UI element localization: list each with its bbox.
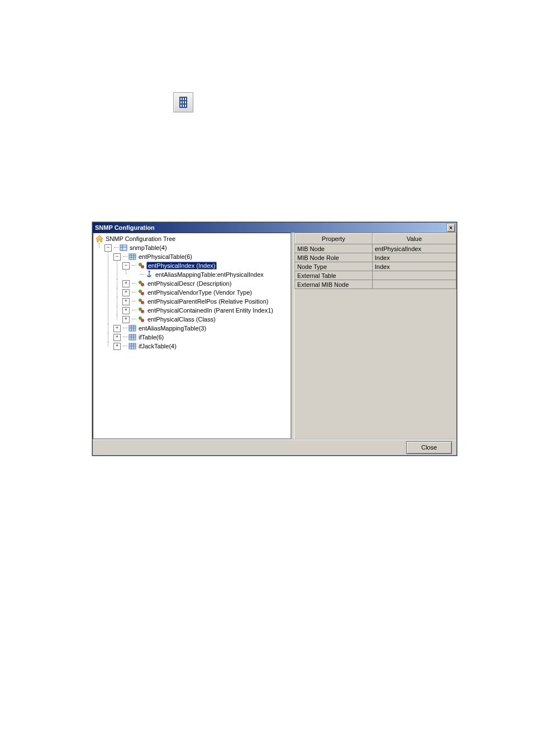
table-row[interactable]: External MIB Node <box>295 280 456 289</box>
tree-label: entPhysicalDescr (Description) <box>146 280 232 287</box>
properties-empty-area <box>294 289 456 439</box>
svg-point-18 <box>141 310 144 313</box>
close-button[interactable]: Close <box>406 441 452 454</box>
tree-root[interactable]: SNMP Configuration Tree <box>96 234 291 243</box>
svg-point-10 <box>141 265 144 268</box>
expand-icon[interactable]: + <box>113 334 121 341</box>
tree-node-entphysicalcontainedin[interactable]: + entPhysicalContainedIn (Parent Entity … <box>122 306 291 315</box>
tree-node-iftable[interactable]: + ifTable(6) <box>113 333 291 342</box>
cell-value: entPhysicalIndex <box>372 244 456 253</box>
svg-point-12 <box>141 283 144 286</box>
table-icon <box>129 253 136 261</box>
expand-icon[interactable]: + <box>122 307 130 314</box>
expand-icon[interactable]: + <box>122 316 130 323</box>
tree-label: entAliasMappingTable(3) <box>137 325 207 332</box>
tree-node-snmptable[interactable]: − snmpTable(4) <box>104 243 291 252</box>
tree-label: entPhysicalParentRelPos (Relative Positi… <box>146 298 269 305</box>
expand-icon[interactable]: + <box>113 343 121 350</box>
table-icon <box>129 324 136 332</box>
grid-icon <box>179 98 187 106</box>
svg-rect-1 <box>120 245 127 251</box>
cell-property: MIB Node <box>295 244 373 253</box>
cell-value: Index <box>372 262 456 271</box>
tree-label: entPhysicalContainedIn (Parent Entity In… <box>146 307 274 314</box>
leaf-spacer <box>131 272 137 278</box>
attribute-icon <box>137 306 145 314</box>
attribute-icon <box>137 289 145 296</box>
expand-icon[interactable]: + <box>122 280 130 287</box>
table-row[interactable]: MIB Node entPhysicalIndex <box>295 244 456 253</box>
close-icon: × <box>449 225 453 231</box>
anchor-icon <box>145 271 153 278</box>
view-grid-button[interactable] <box>173 92 193 112</box>
cell-value <box>372 271 456 280</box>
expand-icon[interactable]: + <box>122 298 130 305</box>
cell-property: External Table <box>295 271 373 280</box>
properties-table: Property Value MIB Node entPhysicalIndex… <box>294 233 456 289</box>
tree-label-selected: entPhysicalIndex (Index) <box>146 262 217 270</box>
dialog-footer: Close <box>93 439 456 455</box>
column-header-value[interactable]: Value <box>372 233 456 244</box>
properties-panel: Property Value MIB Node entPhysicalIndex… <box>294 233 456 439</box>
table-group-icon <box>120 244 127 252</box>
button-label: Close <box>421 444 437 451</box>
dialog-title: SNMP Configuration <box>95 224 155 231</box>
expand-icon[interactable]: + <box>113 325 121 332</box>
tree-node-entphysicaltable[interactable]: − entPhysicalTable(6) <box>113 252 291 261</box>
tree-panel[interactable]: SNMP Configuration Tree − snmpTable(4) <box>93 233 291 439</box>
svg-point-14 <box>141 292 144 295</box>
svg-point-16 <box>141 301 144 304</box>
svg-rect-21 <box>129 325 136 331</box>
table-row[interactable]: MIB Node Role Index <box>295 253 456 262</box>
tree-label: ifTable(6) <box>137 334 165 341</box>
cell-property: MIB Node Role <box>295 253 373 262</box>
tree-label: entPhysicalTable(6) <box>137 253 193 260</box>
table-row[interactable]: Node Type Index <box>295 262 456 271</box>
tree-label: entAliasMappingTable:entPhysicalIndex <box>154 271 265 278</box>
cell-value: Index <box>372 253 456 262</box>
table-icon <box>129 333 136 341</box>
svg-rect-4 <box>129 254 136 259</box>
attribute-icon <box>137 262 145 270</box>
snmp-configuration-dialog: SNMP Configuration × SNMP Configuration … <box>92 222 457 456</box>
titlebar-close-button[interactable]: × <box>446 223 455 232</box>
tree-node-entaliasmappingtable[interactable]: + entAliasMappingTable(3) <box>113 324 291 333</box>
expand-icon[interactable]: + <box>122 289 130 296</box>
home-icon <box>96 235 103 243</box>
svg-point-20 <box>141 319 144 322</box>
table-header-row: Property Value <box>295 233 456 244</box>
cell-property: Node Type <box>295 262 373 271</box>
collapse-icon[interactable]: − <box>122 262 130 270</box>
tree-node-entaliasmapping-ref[interactable]: entAliasMappingTable:entPhysicalIndex <box>131 270 291 279</box>
tree-node-entphysicalindex[interactable]: − entPhysicalIndex (Index) <box>122 261 291 270</box>
tree-label: entPhysicalVendorType (Vendor Type) <box>146 289 253 296</box>
tree-node-entphysicalvendortype[interactable]: + entPhysicalVendorType (Vendor Type) <box>122 288 291 297</box>
titlebar[interactable]: SNMP Configuration × <box>93 223 456 233</box>
attribute-icon <box>137 297 145 305</box>
splitter[interactable] <box>291 233 294 439</box>
collapse-icon[interactable]: − <box>113 253 121 261</box>
table-row[interactable]: External Table <box>295 271 456 280</box>
svg-rect-26 <box>129 334 136 340</box>
cell-property: External MIB Node <box>295 280 373 289</box>
tree-node-entphysicaldescr[interactable]: + entPhysicalDescr (Description) <box>122 279 291 288</box>
tree-node-entphysicalparentrelpos[interactable]: + entPhysicalParentRelPos (Relative Posi… <box>122 297 291 306</box>
column-header-property[interactable]: Property <box>295 233 373 244</box>
tree-label: snmpTable(4) <box>129 244 168 251</box>
attribute-icon <box>137 315 145 323</box>
table-icon <box>129 342 136 350</box>
tree-label: ifJackTable(4) <box>137 343 178 349</box>
svg-marker-0 <box>96 235 103 242</box>
dialog-body: SNMP Configuration Tree − snmpTable(4) <box>93 233 456 439</box>
tree-label: entPhysicalClass (Class) <box>146 316 217 323</box>
svg-rect-31 <box>129 343 136 349</box>
attribute-icon <box>137 280 145 287</box>
tree-node-entphysicalclass[interactable]: + entPhysicalClass (Class) <box>122 315 291 324</box>
tree-label: SNMP Configuration Tree <box>104 235 177 242</box>
collapse-icon[interactable]: − <box>104 244 112 252</box>
tree-node-ifjacktable[interactable]: + ifJackTable(4) <box>113 342 291 351</box>
cell-value <box>372 280 456 289</box>
